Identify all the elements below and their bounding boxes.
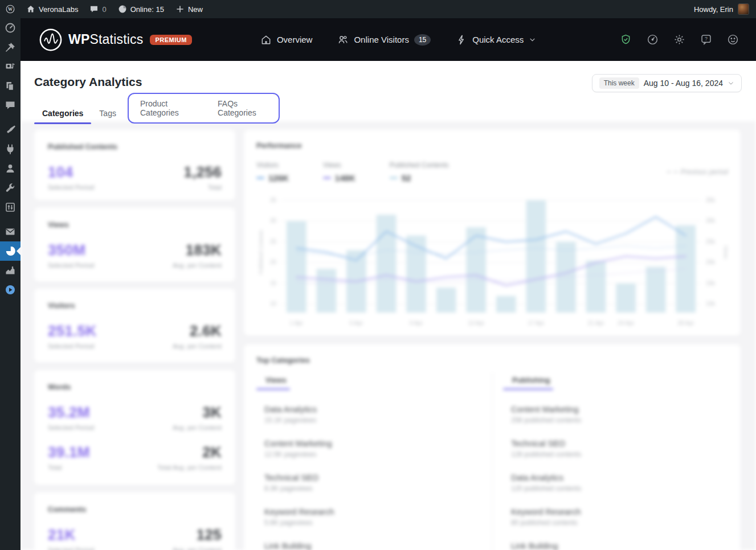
- tab-faqs-categories[interactable]: FAQs Categories: [207, 94, 279, 122]
- privacy-shield-icon[interactable]: [620, 34, 632, 46]
- tab-publishing[interactable]: Publishing: [511, 372, 551, 390]
- category-value: 80 published contents: [511, 519, 720, 527]
- comment-icon: [89, 5, 99, 14]
- category-name: Content Marketing: [511, 405, 720, 414]
- performance-title: Performance: [256, 141, 728, 150]
- svg-text:30: 30: [270, 217, 277, 224]
- plug-icon: [5, 143, 16, 155]
- sidebar-item-plugins[interactable]: [0, 139, 21, 159]
- list-item[interactable]: Technical SEO 128 published contents: [511, 439, 720, 458]
- online-menu[interactable]: Online: 15: [112, 0, 170, 18]
- svg-text:15k: 15k: [706, 280, 716, 286]
- nav-quick-access[interactable]: Quick Access: [456, 34, 536, 46]
- category-name: Technical SEO: [264, 473, 484, 482]
- legend-value: 52: [402, 173, 411, 183]
- sidebar-item-comments[interactable]: [0, 96, 21, 115]
- date-range-value: Aug 10 - Aug 16, 2024: [644, 79, 723, 88]
- svg-text:10: 10: [270, 301, 277, 307]
- sidebar-item-dashboard[interactable]: [0, 18, 21, 38]
- comments-menu[interactable]: 0: [84, 0, 112, 18]
- sidebar-item-wp-statistics[interactable]: [0, 241, 21, 261]
- sidebar-item-pages[interactable]: [0, 76, 21, 96]
- list-item[interactable]: Technical SEO 8.3K pageviews: [264, 473, 484, 492]
- sidebar-item-mail[interactable]: [0, 222, 21, 241]
- sidebar-item-posts[interactable]: [0, 38, 21, 57]
- visitors-dash-icon: [256, 177, 264, 179]
- chevron-down-icon: [529, 36, 536, 43]
- media-icon: [5, 61, 16, 72]
- tab-categories[interactable]: Categories: [34, 101, 91, 125]
- card-secondary-value: 3K: [173, 404, 222, 421]
- sidebar-item-analytics[interactable]: [0, 261, 21, 280]
- svg-text:20: 20: [270, 259, 277, 265]
- nav-overview-label: Overview: [277, 35, 313, 44]
- card-title: Views: [48, 220, 222, 229]
- previous-period-legend: Previous period: [667, 161, 728, 183]
- legend-value: 148K: [335, 173, 355, 183]
- stat-card-visitors: Visitors 251.5K Selected Period 2.6K Avg…: [34, 289, 235, 363]
- howdy-text[interactable]: Howdy, Erin: [694, 5, 733, 14]
- new-menu[interactable]: New: [170, 0, 209, 18]
- dashboard-blurred-area: Published Contents 104 Selected Period 1…: [21, 121, 756, 550]
- list-item[interactable]: Keyword Research 80 published contents: [511, 507, 720, 527]
- site-menu[interactable]: VeronaLabs: [21, 0, 84, 18]
- list-item[interactable]: Link Building 72 published contents: [511, 541, 720, 550]
- card-secondary-value: 2K: [157, 444, 222, 461]
- nav-online-visitors-label: Online Visitors: [354, 35, 408, 44]
- brand-statistics: Statistics: [89, 32, 143, 47]
- svg-text:35k: 35k: [706, 197, 716, 203]
- performance-chart[interactable]: 1010k1515k2020k2525k3030k3535k1 Apr5 Apr…: [256, 186, 728, 330]
- brand[interactable]: WPStatistics PREMIUM: [39, 28, 192, 52]
- sidebar-item-tools[interactable]: [0, 178, 21, 198]
- list-item[interactable]: Content Marketing 256 published contents: [511, 405, 720, 424]
- plus-icon: [175, 5, 185, 14]
- published-dash-icon: [390, 177, 398, 179]
- wp-logo-menu[interactable]: W: [0, 0, 21, 18]
- legend-name: Views: [323, 161, 355, 169]
- svg-text:24 Apr: 24 Apr: [618, 320, 635, 326]
- list-item[interactable]: Content Marketing 12.5K pageviews: [264, 439, 484, 458]
- svg-text:25: 25: [270, 239, 277, 245]
- tab-views[interactable]: Views: [264, 372, 288, 390]
- card-secondary-value: 1,256: [183, 163, 222, 181]
- list-item[interactable]: Keyword Research 5.6K pageviews: [264, 507, 484, 527]
- help-icon[interactable]: ?: [700, 34, 712, 46]
- legend-published-contents: Published Contents 52: [390, 161, 449, 183]
- date-range-picker[interactable]: This week Aug 10 - Aug 16, 2024: [592, 74, 742, 92]
- tab-tags[interactable]: Tags: [91, 101, 124, 125]
- category-name: Link Building: [511, 541, 720, 550]
- category-value: 120 published contents: [511, 485, 720, 492]
- comments-count: 0: [102, 5, 106, 14]
- sidebar-item-users[interactable]: [0, 159, 21, 178]
- site-name: VeronaLabs: [39, 5, 78, 14]
- list-item[interactable]: Data Analytics 120 published contents: [511, 473, 720, 492]
- visitors-icon: [337, 34, 349, 46]
- prev-dash-icon: [674, 171, 677, 173]
- tab-product-categories[interactable]: Product Categories: [129, 94, 207, 122]
- card-primary-label: Selected Period: [48, 424, 94, 431]
- svg-text:17 Apr: 17 Apr: [528, 320, 545, 326]
- sidebar-item-player[interactable]: [0, 280, 21, 299]
- sidebar-item-appearance[interactable]: [0, 120, 21, 139]
- svg-text:10k: 10k: [706, 301, 716, 307]
- feedback-smiley-icon[interactable]: [727, 34, 739, 46]
- svg-text:13 Apr: 13 Apr: [468, 320, 485, 326]
- nav-online-visitors[interactable]: Online Visitors 15: [337, 34, 431, 46]
- nav-overview[interactable]: Overview: [260, 34, 313, 46]
- stat-card-comments: Comments 21K Selected Period 125 Avg. pe…: [34, 492, 235, 550]
- list-item[interactable]: Link Building 4.7K pageviews: [264, 541, 484, 550]
- card-title: Visitors: [48, 301, 222, 310]
- svg-text:20k: 20k: [706, 259, 716, 265]
- category-name: Data Analytics: [264, 405, 484, 414]
- optimization-gauge-icon[interactable]: [647, 34, 659, 46]
- category-name: Content Marketing: [264, 439, 484, 448]
- avatar[interactable]: [738, 3, 749, 15]
- svg-text:30k: 30k: [706, 217, 716, 224]
- card-secondary-value: 125: [173, 526, 222, 544]
- card-secondary-value: 183K: [173, 241, 222, 259]
- list-item[interactable]: Data Analytics 15.1K pageviews: [264, 405, 484, 424]
- sidebar-item-media[interactable]: [0, 57, 21, 76]
- settings-gear-icon[interactable]: [673, 34, 685, 46]
- sidebar-item-settings[interactable]: [0, 198, 21, 217]
- card-primary-value: 251.5K: [48, 322, 97, 340]
